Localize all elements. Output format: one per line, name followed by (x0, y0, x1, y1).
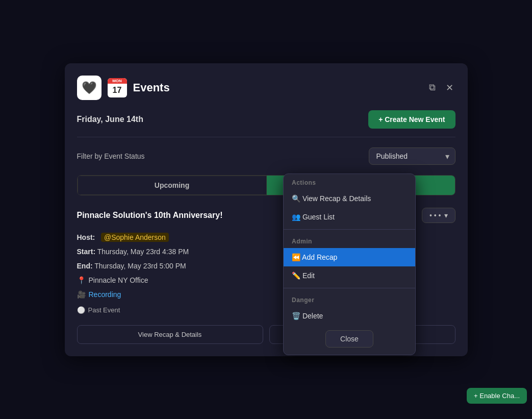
add-recap-item[interactable]: ⏪ Add Recap (284, 248, 415, 266)
location-text: Pinnacle NY Office (89, 273, 148, 287)
chevron-down-icon: ▾ (444, 211, 448, 219)
date-row: Friday, June 14th + Create New Event (77, 110, 455, 137)
start-value: Thursday, May 23rd 4:38 PM (97, 248, 189, 256)
event-title: Pinnacle Solution's 10th Anniversary! (77, 211, 223, 220)
tab-upcoming[interactable]: Upcoming (78, 176, 267, 195)
copy-button[interactable]: ⧉ (427, 80, 438, 95)
close-button[interactable]: ✕ (444, 80, 455, 95)
divider-1 (284, 229, 415, 230)
modal-header: 🖤 MON 17 Events ⧉ ✕ (77, 76, 455, 100)
modal-title: Events (133, 81, 170, 94)
enable-chat-button[interactable]: + Enable Cha... (467, 388, 527, 404)
host-name: @Sophie Anderson (101, 233, 169, 242)
close-footer: Close (284, 325, 415, 355)
edit-item[interactable]: ✏️ Edit (284, 266, 415, 285)
app-icon: 🖤 (77, 76, 102, 100)
past-badge: ⚪ Past Event (77, 304, 120, 317)
host-label: Host: (77, 233, 95, 241)
end-label: End: (77, 262, 93, 270)
event-menu-button[interactable]: • • • ▾ (422, 208, 455, 223)
recording-link[interactable]: Recording (89, 287, 121, 302)
admin-section-label: Admin (284, 233, 415, 248)
close-dropdown-button[interactable]: Close (325, 330, 373, 348)
location-icon: 📍 (77, 273, 86, 287)
filter-select[interactable]: All Published Draft Archived (369, 147, 455, 165)
header-right: ⧉ ✕ (427, 80, 455, 95)
view-recap-button[interactable]: View Recap & Details (77, 325, 263, 344)
delete-item[interactable]: 🗑️ Delete (284, 307, 415, 325)
filter-label: Filter by Event Status (77, 152, 145, 160)
date-label: Friday, June 14th (77, 115, 143, 124)
actions-section-label: Actions (284, 174, 415, 189)
start-label: Start: (77, 248, 96, 256)
end-value: Thursday, May 23rd 5:00 PM (94, 262, 186, 270)
filter-row: Filter by Event Status All Published Dra… (77, 147, 455, 165)
menu-dots: • • • (429, 211, 441, 219)
calendar-icon: MON 17 (108, 78, 127, 97)
recording-icon: 🎥 (77, 287, 86, 302)
divider-2 (284, 288, 415, 288)
calendar-day: 17 (108, 84, 127, 97)
guest-list-item[interactable]: 👥 Guest List (284, 208, 415, 226)
danger-section-label: Danger (284, 291, 415, 307)
past-badge-circle: ⚪ (77, 304, 85, 317)
create-event-button[interactable]: + Create New Event (368, 110, 455, 129)
past-badge-label: Past Event (88, 304, 120, 317)
dropdown-menu: Actions 🔍 View Recap & Details 👥 Guest L… (283, 174, 416, 355)
header-left: 🖤 MON 17 Events (77, 76, 170, 100)
view-recap-item[interactable]: 🔍 View Recap & Details (284, 189, 415, 208)
filter-select-wrapper: All Published Draft Archived (369, 147, 455, 165)
calendar-month: MON (108, 78, 127, 84)
